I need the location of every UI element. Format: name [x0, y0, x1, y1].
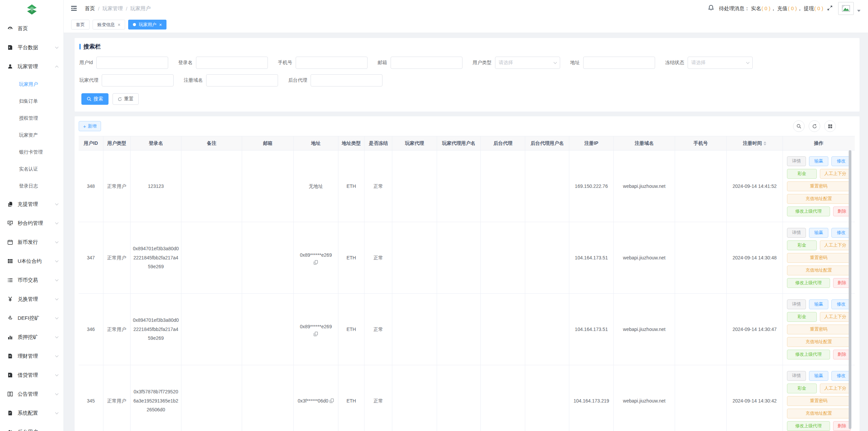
column-settings-button[interactable] — [824, 120, 836, 132]
detail-button[interactable]: 详情 — [787, 228, 806, 238]
manual-adjust-button[interactable]: 人工上下分 — [820, 240, 851, 250]
search-button[interactable]: 搜索 — [81, 93, 108, 105]
phone-input[interactable] — [296, 57, 368, 69]
change-parent-agent-button[interactable]: 修改上级代理 — [787, 350, 830, 359]
deposit-address-config-button[interactable]: 充值地址配置 — [787, 409, 851, 418]
reset-password-button[interactable]: 重置密码 — [787, 396, 851, 406]
email-input[interactable] — [391, 57, 462, 69]
sidebar-item-platform-data[interactable]: 平台数据 — [0, 38, 63, 57]
deposit-address-config-button[interactable]: 充值地址配置 — [787, 266, 851, 275]
reg-domain-input[interactable] — [206, 74, 278, 86]
tab-home[interactable]: 首页 — [71, 20, 90, 30]
copy-icon[interactable] — [314, 332, 318, 336]
sidebar-item-spot-trade[interactable]: 币币交易 — [0, 271, 63, 290]
detail-button[interactable]: 详情 — [787, 299, 806, 309]
sidebar-subitem-kyc[interactable]: 实名认证 — [0, 161, 63, 178]
delete-button[interactable]: 删除 — [833, 421, 851, 431]
frozen-status-select[interactable]: 请选择 — [688, 57, 753, 69]
player-agent-input[interactable] — [102, 74, 174, 86]
sidebar-item-wealth-management[interactable]: 理财管理 — [0, 347, 63, 366]
edit-button[interactable]: 修改 — [831, 156, 851, 166]
bonus-button[interactable]: 彩金 — [787, 240, 817, 250]
sidebar-item-deposit-withdraw[interactable]: 充提管理 — [0, 195, 63, 214]
close-icon[interactable] — [159, 22, 162, 27]
sidebar-subitem-player-users[interactable]: 玩家用户 — [0, 76, 63, 93]
bonus-button[interactable]: 彩金 — [787, 169, 817, 179]
sidebar-item-admin-users[interactable]: 后台用户 — [0, 423, 63, 431]
reset-button[interactable]: 重置 — [113, 93, 139, 105]
winloss-button[interactable]: 输赢 — [809, 228, 828, 238]
title-accent-bar — [79, 44, 81, 50]
winloss-button[interactable]: 输赢 — [809, 299, 828, 309]
avatar[interactable] — [838, 2, 854, 15]
login-name-input[interactable] — [196, 57, 268, 69]
manual-adjust-button[interactable]: 人工上下分 — [820, 312, 851, 322]
bonus-button[interactable]: 彩金 — [787, 312, 817, 322]
bonus-button[interactable]: 彩金 — [787, 384, 817, 393]
winloss-button[interactable]: 输赢 — [809, 371, 828, 381]
admin-agent-input[interactable] — [311, 74, 382, 86]
sidebar-item-new-coin[interactable]: 新币发行 — [0, 233, 63, 252]
reset-password-button[interactable]: 重置密码 — [787, 181, 851, 191]
edit-button[interactable]: 修改 — [831, 299, 851, 309]
tab-account-changes[interactable]: 账变信息 — [93, 20, 125, 30]
sidebar-item-staking-mining[interactable]: 质押挖矿 — [0, 328, 63, 347]
sidebar-item-defi-mining[interactable]: DEFI挖矿 — [0, 309, 63, 328]
sidebar-subitem-login-logs[interactable]: 登录日志 — [0, 178, 63, 195]
close-icon[interactable] — [118, 22, 120, 27]
sidebar-item-system-config[interactable]: 系统配置 — [0, 404, 63, 423]
sidebar-subitem-auth-management[interactable]: 授权管理 — [0, 110, 63, 127]
bell-icon[interactable] — [708, 5, 714, 13]
table-scrollbar[interactable] — [849, 150, 851, 429]
table-refresh-button[interactable] — [809, 120, 820, 132]
sidebar-item-lending[interactable]: 借贷管理 — [0, 366, 63, 385]
detail-button[interactable]: 详情 — [787, 371, 806, 381]
sort-icon[interactable] — [764, 141, 766, 145]
sidebar-item-exchange[interactable]: 兑换管理 — [0, 290, 63, 309]
col-frozen: 是否冻结 — [364, 136, 392, 151]
deposit-address-config-button[interactable]: 充值地址配置 — [787, 194, 851, 204]
fullscreen-icon[interactable] — [827, 5, 833, 12]
copy-icon[interactable] — [314, 260, 318, 265]
col-player-agent: 玩家代理 — [392, 136, 437, 151]
sidebar-subitem-collect-orders[interactable]: 归集订单 — [0, 93, 63, 110]
address-input[interactable] — [583, 57, 655, 69]
user-id-input[interactable] — [96, 57, 168, 69]
field-user-id: 用户Id — [79, 57, 168, 69]
delete-button[interactable]: 删除 — [833, 207, 851, 216]
winloss-button[interactable]: 输赢 — [809, 156, 828, 166]
sort-desc-icon[interactable] — [764, 144, 766, 145]
grid-table-icon — [7, 258, 13, 265]
sidebar-item-announcements[interactable]: 公告管理 — [0, 385, 63, 404]
edit-button[interactable]: 修改 — [831, 371, 851, 381]
user-menu-caret-icon[interactable] — [857, 10, 861, 12]
breadcrumb-home[interactable]: 首页 — [85, 5, 95, 12]
table-search-toggle-button[interactable] — [793, 120, 805, 132]
add-button[interactable]: 新增 — [79, 121, 101, 131]
deposit-address-config-button[interactable]: 充值地址配置 — [787, 337, 851, 347]
edit-button[interactable]: 修改 — [831, 228, 851, 238]
menu-fold-icon[interactable] — [71, 5, 78, 12]
sidebar-item-u-contract[interactable]: U本位合约 — [0, 252, 63, 271]
sidebar-item-second-contract[interactable]: 秒合约管理 — [0, 214, 63, 233]
manual-adjust-button[interactable]: 人工上下分 — [820, 384, 851, 393]
sidebar-subitem-player-assets[interactable]: 玩家资产 — [0, 127, 63, 144]
detail-button[interactable]: 详情 — [787, 156, 806, 166]
manual-adjust-button[interactable]: 人工上下分 — [820, 169, 851, 179]
sidebar-item-player-management[interactable]: 玩家管理 — [0, 57, 63, 76]
delete-button[interactable]: 删除 — [833, 278, 851, 288]
sidebar-subitem-bank-cards[interactable]: 银行卡管理 — [0, 144, 63, 161]
copy-icon[interactable] — [330, 398, 334, 403]
change-parent-agent-button[interactable]: 修改上级代理 — [787, 278, 830, 288]
sidebar-item-home[interactable]: 首页 — [0, 19, 63, 38]
change-parent-agent-button[interactable]: 修改上级代理 — [787, 421, 830, 431]
cell-player-agent — [392, 222, 437, 294]
tab-player-users[interactable]: 玩家用户 — [128, 20, 166, 30]
user-type-select[interactable]: 请选择 — [495, 57, 560, 69]
change-parent-agent-button[interactable]: 修改上级代理 — [787, 207, 830, 216]
reset-password-button[interactable]: 重置密码 — [787, 325, 851, 334]
table-toolbar: 新增 — [79, 120, 855, 132]
reset-password-button[interactable]: 重置密码 — [787, 253, 851, 263]
sort-asc-icon[interactable] — [764, 141, 766, 143]
delete-button[interactable]: 删除 — [833, 350, 851, 359]
